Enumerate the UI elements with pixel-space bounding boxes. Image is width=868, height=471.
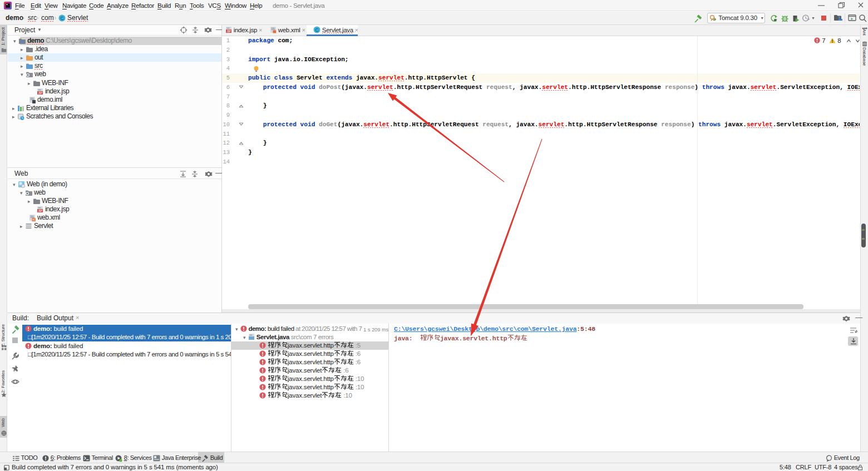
svg-text:XC: XC [32, 219, 36, 221]
svg-text:C: C [315, 27, 319, 33]
svg-text:JSP: JSP [38, 92, 42, 95]
svg-text:JSP: JSP [38, 210, 42, 212]
svg-text:JSP: JSP [226, 30, 231, 33]
svg-text:C: C [60, 16, 63, 21]
